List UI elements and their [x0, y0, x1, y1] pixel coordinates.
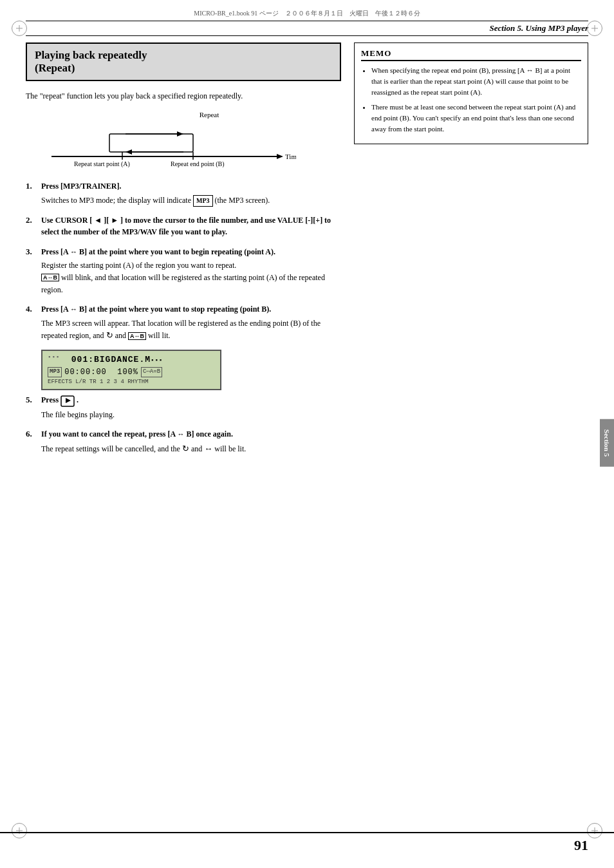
- step-3: 3. Press [A ↔ B] at the point where you …: [26, 246, 341, 296]
- step-2-number: 2.: [26, 214, 41, 225]
- step-1-sub: Switches to MP3 mode; the display will i…: [41, 194, 341, 207]
- page-number: 91: [574, 837, 588, 854]
- memo-bullet-2: There must be at least one second betwee…: [371, 102, 581, 135]
- header-meta: MICRO-BR_e1.book 91 ページ ２００６年８月１日 火曜日 午後…: [194, 9, 420, 18]
- diagram-svg: Time Repeat start p: [39, 121, 296, 167]
- svg-marker-5: [177, 131, 183, 137]
- svg-rect-3: [109, 134, 193, 152]
- corner-mark-tr: [587, 21, 602, 36]
- step-3-sub: Register the starting point (A) of the r…: [41, 259, 341, 296]
- memo-box: MEMO When specifying the repeat end poin…: [354, 42, 588, 144]
- svg-marker-7: [126, 149, 132, 155]
- step-6: 6. If you want to cancel the repeat, pre…: [26, 428, 341, 455]
- step-1: 1. Press [MP3/TRAINER]. Switches to MP3 …: [26, 180, 341, 207]
- diagram: Repeat Time: [39, 111, 341, 170]
- step-1-bold: Press [MP3/TRAINER].: [41, 182, 121, 191]
- step-2-bold: Use CURSOR [ ◄ ][ ► ] to move the cursor…: [41, 216, 331, 237]
- corner-mark-tl: [12, 21, 27, 36]
- svg-marker-1: [277, 154, 283, 159]
- step-3-bold: Press [A ↔ B] at the point where you wan…: [41, 247, 275, 256]
- section-box-title-line1: Playing back repeatedly: [35, 49, 332, 62]
- footer: 91: [0, 832, 614, 858]
- step-4-bold: Press [A ↔ B] at the point where you wan…: [41, 305, 271, 314]
- diagram-label-repeat: Repeat: [77, 111, 341, 118]
- svg-marker-13: [66, 398, 71, 403]
- lcd-screen: ▪▪▪ 001:BIGDANCE.M▪▪▪ MP3 00:00:00 100% …: [41, 350, 221, 390]
- memo-title: MEMO: [361, 48, 581, 61]
- left-column: Playing back repeatedly (Repeat) The "re…: [26, 42, 341, 463]
- section-title: Section 5. Using MP3 player: [490, 23, 588, 33]
- step-1-number: 1.: [26, 180, 41, 191]
- step-1-content: Press [MP3/TRAINER]. Switches to MP3 mod…: [41, 180, 341, 207]
- step-5-number: 5.: [26, 394, 41, 405]
- right-column: MEMO When specifying the repeat end poin…: [354, 42, 588, 463]
- lcd-row2: 00:00:00 100%: [64, 366, 138, 378]
- lcd-row1: ▪▪▪ 001:BIGDANCE.M▪▪▪: [48, 354, 215, 366]
- lcd-row3: EFFECTS L/R TR 1 2 3 4 RHYTHM: [48, 378, 215, 387]
- section-box-title-line2: (Repeat): [35, 62, 332, 75]
- svg-text:Time: Time: [285, 153, 296, 160]
- memo-list: When specifying the repeat end point (B)…: [361, 65, 581, 135]
- step-2: 2. Use CURSOR [ ◄ ][ ► ] to move the cur…: [26, 214, 341, 238]
- step-3-content: Press [A ↔ B] at the point where you wan…: [41, 246, 341, 296]
- svg-text:Repeat start point (A): Repeat start point (A): [74, 160, 130, 167]
- step-5: 5. Press . The file begins playing.: [26, 394, 341, 420]
- main-content: Playing back repeatedly (Repeat) The "re…: [0, 36, 614, 476]
- step-3-number: 3.: [26, 246, 41, 257]
- mp3-badge: MP3: [193, 195, 213, 207]
- steps-list-2: 5. Press . The file begins playing.: [26, 394, 341, 455]
- play-button-icon: [60, 395, 75, 407]
- step-4-sub: The MP3 screen will appear. That locatio…: [41, 317, 341, 343]
- step-5-sub: The file begins playing.: [41, 409, 341, 421]
- intro-text: The "repeat" function lets you play back…: [26, 90, 341, 102]
- section-tab: Section 5: [600, 419, 614, 467]
- steps-list: 1. Press [MP3/TRAINER]. Switches to MP3 …: [26, 180, 341, 342]
- section-heading-box: Playing back repeatedly (Repeat): [26, 42, 341, 81]
- step-4-content: Press [A ↔ B] at the point where you wan…: [41, 303, 341, 342]
- svg-text:Repeat end point (B): Repeat end point (B): [171, 160, 225, 167]
- memo-bullet-1: When specifying the repeat end point (B)…: [371, 65, 581, 98]
- diagram-svg-area: Time Repeat start p: [39, 121, 341, 170]
- step-5-bold: Press .: [41, 395, 79, 404]
- step-4: 4. Press [A ↔ B] at the point where you …: [26, 303, 341, 342]
- step-6-number: 6.: [26, 428, 41, 439]
- step-4-number: 4.: [26, 303, 41, 314]
- step-6-bold: If you want to cancel the repeat, press …: [41, 429, 233, 439]
- step-2-content: Use CURSOR [ ◄ ][ ► ] to move the cursor…: [41, 214, 341, 238]
- page: MICRO-BR_e1.book 91 ページ ２００６年８月１日 火曜日 午後…: [0, 9, 614, 868]
- step-6-sub: The repeat settings will be cancelled, a…: [41, 442, 341, 455]
- step-6-content: If you want to cancel the repeat, press …: [41, 428, 341, 455]
- step-5-content: Press . The file begins playing.: [41, 394, 341, 420]
